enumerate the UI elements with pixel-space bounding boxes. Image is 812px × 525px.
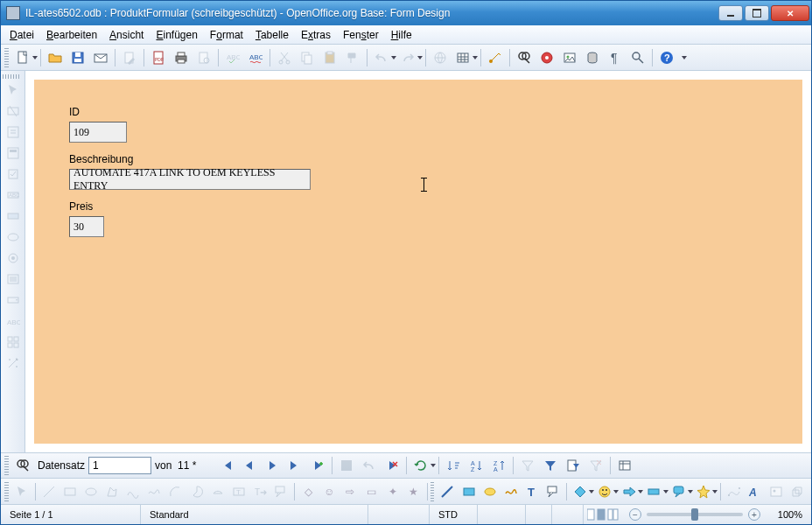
status-page[interactable]: Seite 1 / 1 xyxy=(1,505,141,524)
design-grip[interactable] xyxy=(4,482,9,501)
record-number-input[interactable] xyxy=(88,457,151,474)
draw-ellipse-filled[interactable] xyxy=(480,481,500,502)
design-mode-toggle[interactable] xyxy=(4,102,23,121)
navigator-button[interactable] xyxy=(536,47,557,68)
zoom-track[interactable] xyxy=(647,513,743,516)
menu-extras[interactable]: Extras xyxy=(296,27,336,43)
zoom-slider[interactable]: − + xyxy=(622,508,767,521)
menu-tabelle[interactable]: Tabelle xyxy=(250,27,294,43)
wizards-toggle[interactable] xyxy=(4,354,23,373)
canvas-area[interactable]: ID 109 Beschreibung AUTOMATE 417A LINK T… xyxy=(25,71,811,452)
form-properties[interactable] xyxy=(4,144,23,163)
design-grip-2[interactable] xyxy=(430,482,435,501)
nonprinting-button[interactable]: ¶ xyxy=(605,47,626,68)
new-doc-button[interactable] xyxy=(12,47,33,68)
toolbar-grip[interactable] xyxy=(4,48,9,67)
status-mode[interactable]: STD xyxy=(430,505,478,524)
zoom-button[interactable] xyxy=(627,47,648,68)
next-record-button[interactable] xyxy=(262,455,283,476)
basic-shapes-tool[interactable]: ◇ xyxy=(298,481,318,502)
symbol-shapes-tool[interactable]: ☺ xyxy=(319,481,339,502)
paste-button[interactable] xyxy=(319,47,340,68)
redo-button[interactable] xyxy=(397,47,418,68)
draw-functions-button[interactable] xyxy=(485,47,506,68)
delete-record-button[interactable] xyxy=(382,455,402,476)
help-button[interactable]: ? xyxy=(656,47,677,68)
pointer-tool[interactable] xyxy=(12,481,32,502)
arrow-shapes-tool[interactable]: ⇨ xyxy=(340,481,360,502)
edit-doc-button[interactable] xyxy=(119,47,140,68)
export-pdf-button[interactable]: PDF xyxy=(148,47,169,68)
flowchart-tool[interactable]: ▭ xyxy=(361,481,381,502)
zoom-thumb[interactable] xyxy=(691,508,698,521)
ellipse-tool[interactable] xyxy=(81,481,101,502)
refresh-dropdown[interactable] xyxy=(430,464,436,467)
text-anim-tool[interactable]: T➜ xyxy=(250,481,270,502)
shapes-callout2[interactable] xyxy=(669,481,689,502)
close-button[interactable] xyxy=(771,5,809,21)
curve-tool[interactable] xyxy=(123,481,143,502)
sort-asc-button[interactable]: AZ xyxy=(466,455,486,476)
status-style[interactable]: Standard xyxy=(141,505,368,524)
shapes-diamond[interactable] xyxy=(570,481,590,502)
menu-format[interactable]: Format xyxy=(205,27,248,43)
undo-button[interactable] xyxy=(371,47,392,68)
more-controls[interactable] xyxy=(4,332,23,352)
menu-ansicht[interactable]: Ansicht xyxy=(104,27,149,43)
print-preview-button[interactable] xyxy=(193,47,214,68)
apply-filter-button[interactable] xyxy=(540,455,561,476)
draw-line-tool[interactable] xyxy=(438,481,457,502)
view-layout[interactable] xyxy=(584,505,622,524)
from-file-button[interactable] xyxy=(766,481,786,502)
gallery-button[interactable] xyxy=(559,47,580,68)
find-button[interactable] xyxy=(514,47,535,68)
line-tool[interactable] xyxy=(39,481,59,502)
combobox-tool[interactable] xyxy=(4,290,23,310)
listbox-tool[interactable] xyxy=(4,270,23,289)
datasources-button[interactable] xyxy=(582,47,603,68)
first-record-button[interactable] xyxy=(216,455,237,476)
save-button[interactable] xyxy=(67,47,88,68)
input-beschreibung[interactable]: AUTOMATE 417A LINK TO OEM KEYLESS ENTRY xyxy=(69,169,311,190)
status-sel[interactable] xyxy=(478,505,526,524)
toolbar-overflow[interactable] xyxy=(682,56,687,60)
print-button[interactable] xyxy=(171,47,192,68)
cut-button[interactable] xyxy=(274,47,295,68)
callout-tool[interactable] xyxy=(271,481,290,502)
email-button[interactable] xyxy=(90,47,111,68)
optionbutton-tool[interactable] xyxy=(4,248,23,268)
minimize-button[interactable] xyxy=(718,5,743,21)
checkbox-tool[interactable] xyxy=(4,164,23,184)
extrusion-button[interactable] xyxy=(788,481,807,502)
shapes-arrow-dd[interactable] xyxy=(638,490,643,494)
find-record-button[interactable] xyxy=(12,455,33,476)
status-lang[interactable] xyxy=(368,505,430,524)
autospell-button[interactable]: ABC xyxy=(245,47,266,68)
callout-shapes-tool[interactable]: ✦ xyxy=(383,481,402,502)
refresh-button[interactable] xyxy=(410,455,431,476)
sort-desc-button[interactable]: ZA xyxy=(488,455,509,476)
input-preis[interactable]: 30 xyxy=(69,216,104,237)
draw-text[interactable]: T xyxy=(522,481,542,502)
label-tool[interactable]: ABC xyxy=(4,312,23,331)
draw-freehand[interactable] xyxy=(501,481,521,502)
menu-datei[interactable]: Datei xyxy=(4,27,39,43)
status-modified[interactable] xyxy=(526,505,552,524)
rect-tool[interactable] xyxy=(60,481,80,502)
arc-tool[interactable] xyxy=(165,481,185,502)
pie-tool[interactable] xyxy=(187,481,206,502)
shapes-smiley[interactable] xyxy=(595,481,614,502)
fontwork-button[interactable]: A xyxy=(746,481,765,502)
input-id[interactable]: 109 xyxy=(69,122,127,143)
zoom-value[interactable]: 100% xyxy=(767,505,811,524)
shapes-flow[interactable] xyxy=(644,481,663,502)
shapes-star[interactable] xyxy=(694,481,713,502)
recnav-grip[interactable] xyxy=(4,456,9,475)
side-grip[interactable] xyxy=(3,74,20,79)
control-properties[interactable] xyxy=(4,122,23,142)
save-record-button[interactable] xyxy=(336,455,357,476)
form-filter-button[interactable] xyxy=(563,455,584,476)
undo-record-button[interactable] xyxy=(359,455,380,476)
zoom-out-button[interactable]: − xyxy=(629,508,641,521)
open-button[interactable] xyxy=(45,47,66,68)
